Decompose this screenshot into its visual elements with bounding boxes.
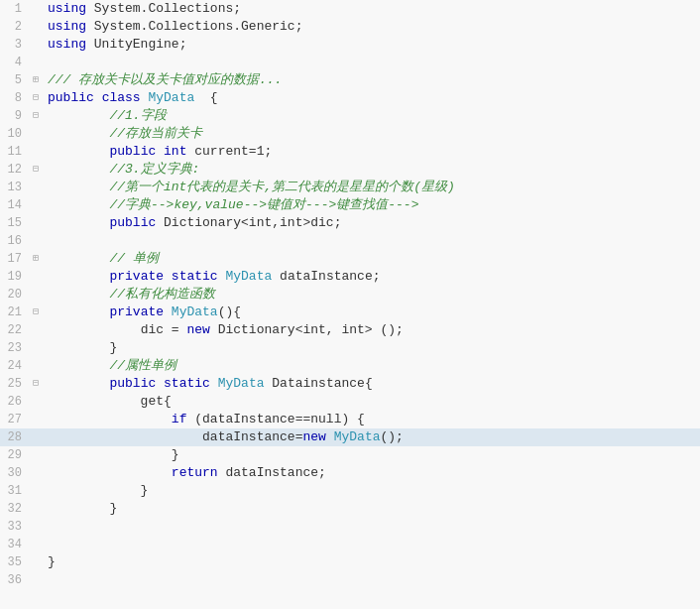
code-line: 21⊟ private MyData(){ [0,304,700,321]
code-line: 20 //私有化构造函数 [0,286,700,304]
code-content [44,536,700,553]
code-line: 25⊟ public static MyData Datainstance{ [0,375,700,393]
fold-gutter [28,0,44,18]
fold-gutter[interactable]: ⊟ [28,89,44,107]
fold-gutter [28,36,44,54]
line-number: 28 [0,428,28,446]
code-line: 34 [0,536,700,553]
line-number: 13 [0,179,28,196]
fold-gutter [28,268,44,286]
code-content: dic = new Dictionary<int, int> (); [44,321,700,339]
code-line: 3using UnityEngine; [0,36,700,54]
code-line: 4 [0,54,700,71]
fold-gutter[interactable]: ⊟ [28,107,44,125]
code-line: 31 } [0,482,700,500]
line-number: 2 [0,18,28,36]
code-line: 2using System.Collections.Generic; [0,18,700,36]
code-line: 10 //存放当前关卡 [0,125,700,143]
fold-gutter [28,464,44,482]
line-number: 8 [0,89,28,107]
line-number: 34 [0,536,28,553]
code-line: 17⊞ // 单例 [0,250,700,268]
line-number: 4 [0,54,28,71]
code-content: } [44,500,700,518]
line-number: 20 [0,286,28,304]
code-content: public int current=1; [44,143,700,161]
fold-gutter [28,179,44,196]
code-content: //存放当前关卡 [44,125,700,143]
line-number: 15 [0,214,28,232]
fold-gutter[interactable]: ⊞ [28,71,44,89]
line-number: 11 [0,143,28,161]
code-content: private static MyData dataInstance; [44,268,700,286]
fold-gutter [28,214,44,232]
code-content [44,518,700,536]
line-number: 35 [0,553,28,571]
code-line: 5⊞/// 存放关卡以及关卡值对应的数据... [0,71,700,89]
code-line: 12⊟ //3.定义字典: [0,161,700,179]
code-line: 13 //第一个int代表的是关卡,第二代表的是星星的个数(星级) [0,179,700,196]
code-line: 1using System.Collections; [0,0,700,18]
code-line: 19 private static MyData dataInstance; [0,268,700,286]
code-content: //属性单例 [44,357,700,375]
fold-gutter[interactable]: ⊞ [28,250,44,268]
code-content: public Dictionary<int,int>dic; [44,214,700,232]
line-number: 24 [0,357,28,375]
fold-gutter[interactable]: ⊟ [28,304,44,321]
fold-gutter [28,357,44,375]
code-content: //3.定义字典: [44,161,700,179]
fold-gutter [28,482,44,500]
code-line: 33 [0,518,700,536]
fold-gutter [28,428,44,446]
code-content: //第一个int代表的是关卡,第二代表的是星星的个数(星级) [44,179,700,196]
line-number: 30 [0,464,28,482]
code-line: 16 [0,232,700,250]
code-content [44,54,700,71]
fold-gutter[interactable]: ⊟ [28,161,44,179]
fold-gutter [28,571,44,589]
fold-gutter [28,411,44,428]
code-line: 9⊟ //1.字段 [0,107,700,125]
line-number: 27 [0,411,28,428]
code-content: if (dataInstance==null) { [44,411,700,428]
code-content: } [44,446,700,464]
code-line: 22 dic = new Dictionary<int, int> (); [0,321,700,339]
fold-gutter [28,143,44,161]
code-line: 23 } [0,339,700,357]
code-line: 27 if (dataInstance==null) { [0,411,700,428]
line-number: 10 [0,125,28,143]
code-content: using UnityEngine; [44,36,700,54]
code-content: // 单例 [44,250,700,268]
code-line: 35} [0,553,700,571]
code-line: 32 } [0,500,700,518]
code-line: 15 public Dictionary<int,int>dic; [0,214,700,232]
line-number: 5 [0,71,28,89]
line-number: 1 [0,0,28,18]
code-line: 11 public int current=1; [0,143,700,161]
line-number: 3 [0,36,28,54]
fold-gutter [28,196,44,214]
fold-gutter [28,125,44,143]
line-number: 17 [0,250,28,268]
code-line: 14 //字典-->key,value-->键值对--->键查找值---> [0,196,700,214]
code-content: dataInstance=new MyData(); [44,428,700,446]
code-line: 29 } [0,446,700,464]
code-content: return dataInstance; [44,464,700,482]
line-number: 14 [0,196,28,214]
line-number: 26 [0,393,28,411]
code-content: } [44,339,700,357]
line-number: 19 [0,268,28,286]
fold-gutter [28,536,44,553]
line-number: 32 [0,500,28,518]
code-line: 24 //属性单例 [0,357,700,375]
line-number: 21 [0,304,28,321]
code-line: 26 get{ [0,393,700,411]
code-content: get{ [44,393,700,411]
line-number: 36 [0,571,28,589]
fold-gutter [28,500,44,518]
fold-gutter [28,553,44,571]
fold-gutter[interactable]: ⊟ [28,375,44,393]
fold-gutter [28,321,44,339]
code-editor: 1using System.Collections;2using System.… [0,0,700,609]
code-line: 36 [0,571,700,589]
